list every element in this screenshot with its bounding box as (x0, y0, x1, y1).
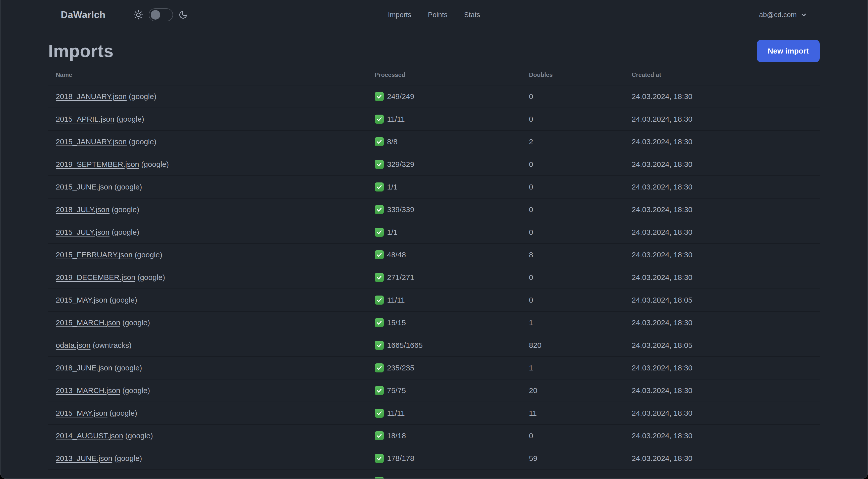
import-name-link[interactable]: 2018_JULY.json (56, 205, 110, 214)
processed-cell: 15/15 (367, 311, 521, 334)
success-check-icon (375, 228, 384, 237)
nav-link-points[interactable]: Points (428, 11, 447, 19)
column-header-name: Name (48, 62, 367, 85)
name-cell: 2015_JULY.json (google) (48, 221, 367, 243)
created-at: 24.03.2024, 18:30 (624, 153, 820, 176)
name-cell: 2015_JUNE.json (google) (48, 176, 367, 198)
account-menu[interactable]: ab@cd.com (759, 11, 807, 19)
processed-cell: 11/11 (367, 289, 521, 311)
import-source: (google) (137, 273, 165, 281)
created-at: 24.03.2024, 18:30 (624, 402, 820, 424)
nav-link-imports[interactable]: Imports (388, 11, 411, 19)
import-name-link[interactable]: 2018_JUNE.json (56, 364, 112, 372)
created-at: 24.03.2024, 18:30 (624, 379, 820, 402)
import-name-link[interactable]: 2019_DECEMBER.json (56, 273, 135, 281)
import-name-link[interactable]: 2015_MAY.json (56, 296, 107, 304)
import-name-link[interactable]: 2013_MARCH.json (56, 386, 120, 394)
success-check-icon (375, 431, 384, 440)
table-row: 2015_JUNE.json (google) 1/1 0 24.03.2024… (48, 176, 820, 198)
import-source: (google) (117, 115, 144, 123)
import-source: (google) (122, 386, 150, 394)
success-check-icon (375, 137, 384, 146)
success-check-icon (375, 318, 384, 327)
import-name-link[interactable]: 2015_FEBRUARY.json (56, 250, 133, 259)
processed-count: 249/249 (387, 92, 414, 101)
table-row: 2019_DECEMBER.json (google) 271/271 0 24… (48, 266, 820, 289)
table-row: 2015_JANUARY.json (google) 8/8 2 24.03.2… (48, 130, 820, 153)
name-cell: 2019_DECEMBER.json (google) (48, 266, 367, 289)
doubles-count: 1 (521, 357, 624, 379)
processed-count: 11/11 (387, 409, 405, 417)
name-cell (48, 470, 367, 479)
import-source: (google) (110, 409, 137, 417)
doubles-count: 59 (521, 447, 624, 470)
import-name-link[interactable]: 2015_JANUARY.json (56, 138, 127, 146)
table-row: 2018_JUNE.json (google) 235/235 1 24.03.… (48, 357, 820, 379)
imports-page: Imports New import Name Processed Double… (48, 30, 820, 479)
name-cell: 2014_AUGUST.json (google) (48, 424, 367, 447)
success-check-icon (375, 363, 384, 372)
processed-cell: 271/271 (367, 266, 521, 289)
account-email: ab@cd.com (759, 11, 797, 19)
import-source: (google) (112, 228, 139, 236)
success-check-icon (375, 160, 384, 169)
success-check-icon (375, 409, 384, 418)
processed-count: 48/48 (387, 250, 406, 259)
import-name-link[interactable]: 2015_APRIL.json (56, 115, 115, 123)
processed-count: 1665/1665 (387, 341, 423, 350)
success-check-icon (375, 273, 384, 282)
table-row: 2015_JULY.json (google) 1/1 0 24.03.2024… (48, 221, 820, 243)
created-at: 24.03.2024, 18:30 (624, 130, 820, 153)
created-at: 24.03.2024, 18:30 (624, 357, 820, 379)
created-at: 24.03.2024, 18:30 (624, 447, 820, 470)
processed-count: 15/15 (387, 319, 406, 327)
import-name-link[interactable]: 2015_JUNE.json (56, 183, 112, 191)
doubles-count: 2 (521, 130, 624, 153)
import-name-link[interactable]: 2015_MAY.json (56, 409, 107, 417)
table-row (48, 470, 820, 479)
import-source: (google) (141, 160, 169, 169)
success-check-icon (375, 250, 384, 259)
created-at: 24.03.2024, 18:30 (624, 176, 820, 198)
import-name-link[interactable]: 2019_SEPTEMBER.json (56, 160, 139, 169)
column-header-created-at: Created at (624, 62, 820, 85)
import-name-link[interactable]: 2015_JULY.json (56, 228, 110, 236)
processed-cell: 178/178 (367, 447, 521, 470)
app-logo[interactable]: DaWarIch (61, 9, 105, 20)
table-row: 2014_AUGUST.json (google) 18/18 0 24.03.… (48, 424, 820, 447)
theme-toggle-knob (151, 10, 160, 20)
nav-link-stats[interactable]: Stats (464, 11, 480, 19)
app-window: DaWarIch Imports (0, 0, 868, 479)
import-name-link[interactable]: odata.json (56, 341, 90, 349)
processed-cell: 329/329 (367, 153, 521, 176)
theme-toggle[interactable] (149, 8, 173, 21)
sun-icon (134, 10, 143, 20)
new-import-button[interactable]: New import (757, 40, 820, 62)
name-cell: 2015_JANUARY.json (google) (48, 130, 367, 153)
moon-icon (179, 10, 188, 19)
import-name-link[interactable]: 2013_JUNE.json (56, 454, 112, 462)
import-name-link[interactable]: 2014_AUGUST.json (56, 431, 123, 440)
success-check-icon (375, 477, 384, 479)
created-at: 24.03.2024, 18:30 (624, 311, 820, 334)
name-cell: 2019_SEPTEMBER.json (google) (48, 153, 367, 176)
import-source: (google) (114, 454, 142, 462)
table-row: 2015_FEBRUARY.json (google) 48/48 8 24.0… (48, 243, 820, 266)
doubles-count: 8 (521, 243, 624, 266)
import-source: (google) (110, 296, 137, 304)
name-cell: 2015_FEBRUARY.json (google) (48, 243, 367, 266)
processed-cell: 1665/1665 (367, 334, 521, 357)
import-name-link[interactable]: 2015_MARCH.json (56, 319, 120, 327)
table-body: 2018_JANUARY.json (google) 249/249 0 24.… (48, 85, 820, 479)
processed-cell: 11/11 (367, 402, 521, 424)
table-row: 2019_SEPTEMBER.json (google) 329/329 0 2… (48, 153, 820, 176)
processed-cell: 339/339 (367, 198, 521, 221)
created-at: 24.03.2024, 18:30 (624, 85, 820, 108)
processed-count: 75/75 (387, 386, 406, 395)
processed-count: 1/1 (387, 228, 398, 237)
success-check-icon (375, 296, 384, 305)
import-name-link[interactable]: 2018_JANUARY.json (56, 92, 127, 100)
processed-count: 339/339 (387, 205, 414, 214)
doubles-count: 0 (521, 221, 624, 243)
name-cell: 2013_JUNE.json (google) (48, 447, 367, 470)
